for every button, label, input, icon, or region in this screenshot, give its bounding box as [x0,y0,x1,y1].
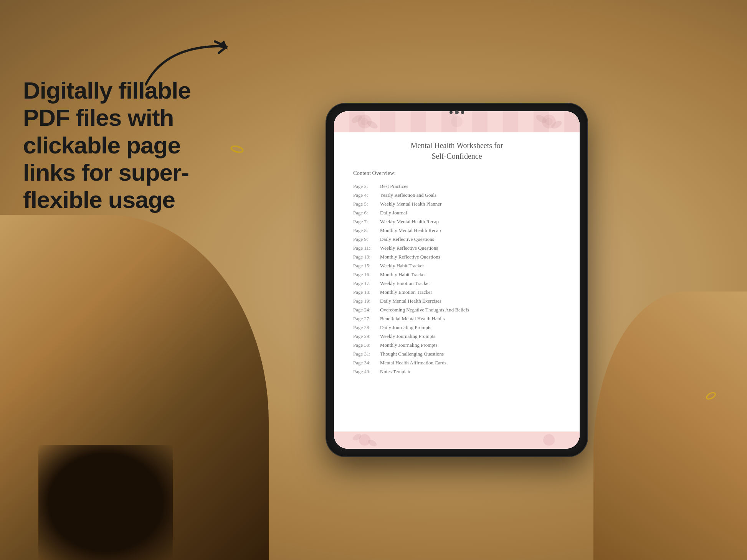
svg-point-4 [542,115,556,128]
toc-page-number: Page 28: [353,324,380,331]
toc-page-title: Weekly Mental Health Recap [380,219,439,225]
toc-page-title: Daily Journaling Prompts [380,324,431,331]
toc-item: Page 19:Daily Mental Health Exercises [353,296,560,305]
floral-decoration-top [334,111,580,132]
toc-page-number: Page 27: [353,316,380,322]
toc-list: Page 2:Best PracticesPage 4:Yearly Refle… [353,182,560,376]
toc-page-number: Page 6: [353,210,380,216]
toc-page-title: Weekly Habit Tracker [380,263,424,269]
tablet-screen: Mental Health Worksheets for Self-Confid… [334,111,580,449]
toc-item: Page 31:Thought Challenging Questions [353,349,560,358]
toc-page-title: Monthly Habit Tracker [380,272,426,278]
toc-page-title: Weekly Journaling Prompts [380,333,435,339]
toc-item: Page 7:Weekly Mental Health Recap [353,217,560,226]
toc-item: Page 16:Monthly Habit Tracker [353,270,560,279]
svg-point-6 [451,116,463,127]
toc-page-title: Overcoming Negative Thoughts And Beliefs [380,307,469,313]
svg-point-2 [358,115,372,128]
toc-item: Page 15:Weekly Habit Tracker [353,261,560,270]
toc-item: Page 11:Weekly Reflective Questions [353,244,560,252]
toc-page-title: Daily Mental Health Exercises [380,298,441,304]
svg-point-5 [545,118,553,125]
toc-page-number: Page 4: [353,192,380,198]
toc-item: Page 30:Monthly Journaling Prompts [353,341,560,349]
camera-dot-2 [461,111,464,114]
toc-page-number: Page 17: [353,280,380,287]
toc-page-number: Page 29: [353,333,380,339]
toc-item: Page 2:Best Practices [353,182,560,191]
toc-page-number: Page 40: [353,369,380,375]
svg-point-3 [361,118,369,125]
toc-page-title: Notes Template [380,369,412,375]
toc-page-number: Page 5: [353,201,380,207]
pdf-top-border [334,111,580,132]
toc-page-title: Daily Reflective Questions [380,236,434,242]
toc-page-number: Page 2: [353,183,380,189]
toc-item: Page 18:Monthly Emotion Tracker [353,288,560,296]
toc-page-number: Page 9: [353,236,380,242]
toc-item: Page 27:Beneficial Mental Health Habits [353,314,560,323]
toc-page-title: Weekly Emotion Tracker [380,280,430,287]
toc-page-title: Daily Journal [380,210,407,216]
toc-page-number: Page 13: [353,254,380,260]
toc-item: Page 28:Daily Journaling Prompts [353,323,560,332]
toc-item: Page 6:Daily Journal [353,208,560,217]
toc-page-title: Monthly Emotion Tracker [380,289,432,295]
toc-page-number: Page 18: [353,289,380,295]
toc-page-number: Page 31: [353,351,380,357]
toc-page-number: Page 16: [353,272,380,278]
pdf-document: Mental Health Worksheets for Self-Confid… [334,111,580,449]
toc-page-title: Monthly Reflective Questions [380,254,440,260]
toc-item: Page 8:Monthly Mental Health Recap [353,226,560,235]
tablet-device: Mental Health Worksheets for Self-Confid… [326,104,587,456]
toc-page-title: Mental Health Affirmation Cards [380,360,446,366]
toc-item: Page 40:Notes Template [353,367,560,376]
toc-page-number: Page 11: [353,245,380,251]
left-text-block: Digitally fillable PDF files with clicka… [23,77,223,213]
content-overview-label: Content Overview: [353,170,560,176]
toc-item: Page 17:Weekly Emotion Tracker [353,279,560,288]
toc-page-number: Page 30: [353,342,380,348]
svg-point-7 [350,114,364,125]
toc-page-title: Weekly Mental Health Planner [380,201,441,207]
toc-page-title: Monthly Journaling Prompts [380,342,438,348]
pdf-bottom-border [334,432,580,449]
toc-page-title: Beneficial Mental Health Habits [380,316,445,322]
toc-page-number: Page 15: [353,263,380,269]
svg-rect-1 [334,111,580,132]
toc-page-title: Weekly Reflective Questions [380,245,438,251]
toc-page-title: Monthly Mental Health Recap [380,227,441,234]
toc-page-title: Best Practices [380,183,408,189]
toc-item: Page 4:Yearly Reflection and Goals [353,191,560,199]
pdf-content: Mental Health Worksheets for Self-Confid… [334,132,580,384]
toc-page-number: Page 24: [353,307,380,313]
toc-page-number: Page 8: [353,227,380,234]
pdf-title: Mental Health Worksheets for Self-Confid… [353,140,560,161]
toc-page-number: Page 7: [353,219,380,225]
toc-item: Page 13:Monthly Reflective Questions [353,252,560,261]
toc-item: Page 29:Weekly Journaling Prompts [353,332,560,341]
svg-point-10 [550,119,563,130]
toc-page-number: Page 19: [353,298,380,304]
tablet-camera-bar [450,110,464,114]
toc-page-title: Thought Challenging Questions [380,351,444,357]
person-head [38,445,173,560]
toc-page-title: Yearly Reflection and Goals [380,192,436,198]
toc-item: Page 24:Overcoming Negative Thoughts And… [353,305,560,314]
svg-point-9 [535,114,548,125]
camera-dot-main [455,110,459,114]
floral-decoration-bottom [334,432,580,449]
toc-item: Page 5:Weekly Mental Health Planner [353,199,560,208]
headline-text: Digitally fillable PDF files with clicka… [23,77,223,213]
toc-page-number: Page 34: [353,360,380,366]
toc-item: Page 34:Mental Health Affirmation Cards [353,358,560,367]
toc-item: Page 9:Daily Reflective Questions [353,235,560,244]
camera-dot-1 [450,111,453,114]
svg-point-8 [366,119,379,130]
svg-point-13 [543,434,555,446]
